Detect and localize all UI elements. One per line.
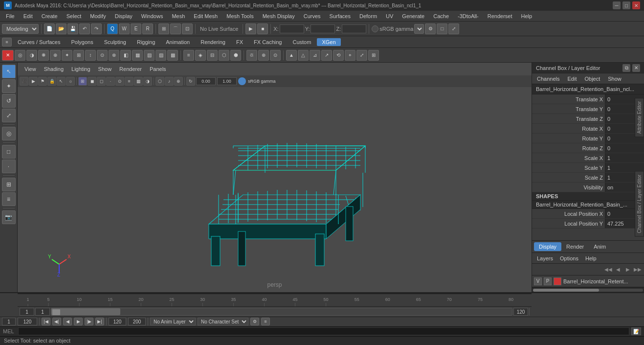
menu-mesh[interactable]: Mesh xyxy=(168,12,189,20)
help-menu[interactable]: Help xyxy=(582,254,600,262)
playback-max-input[interactable] xyxy=(128,318,146,325)
prev-frame-button[interactable]: ◀| xyxy=(52,318,61,325)
rotate-mode-button[interactable]: ↺ xyxy=(2,94,16,108)
layer-tab-render[interactable]: Render xyxy=(561,242,589,251)
open-file-button[interactable]: 📂 xyxy=(56,23,67,34)
tab-rendering[interactable]: Rendering xyxy=(196,38,230,46)
snap-curve-button[interactable]: ⌒ xyxy=(170,23,181,34)
menu-edit[interactable]: Edit xyxy=(20,12,37,20)
tool-icon-19[interactable]: ⬡ xyxy=(219,50,229,61)
vp-shading-btn[interactable]: ◑ xyxy=(143,77,152,86)
tool-icon-1[interactable]: ✕ xyxy=(2,50,14,61)
layer-scroll-track[interactable] xyxy=(533,289,643,292)
layer-color-swatch[interactable] xyxy=(554,277,561,285)
tool-icon-24[interactable]: ▲ xyxy=(286,50,297,61)
tab-rigging[interactable]: Rigging xyxy=(132,38,160,46)
menu-select[interactable]: Select xyxy=(63,12,86,20)
snap-grid-button[interactable]: ⊞ xyxy=(158,23,169,34)
timeline-slider[interactable] xyxy=(51,308,512,316)
tool-icon-5[interactable]: ⊕ xyxy=(50,50,61,61)
vp-lock-btn[interactable]: 🔒 xyxy=(47,77,56,86)
new-scene-button[interactable]: 📄 xyxy=(44,23,55,34)
component-mode-button[interactable]: □ xyxy=(2,145,16,159)
tab-fx[interactable]: FX xyxy=(231,38,248,46)
channel-rotate-z-value[interactable]: 0 xyxy=(605,143,644,153)
character-select[interactable]: No Character Set xyxy=(198,318,248,325)
anim-layer-select[interactable]: No Anim Layer xyxy=(150,318,196,325)
fullscreen-button[interactable]: ⤢ xyxy=(448,23,459,34)
tool-icon-2[interactable]: ◎ xyxy=(15,50,25,61)
tool-icon-15[interactable]: ▩ xyxy=(167,50,178,61)
menu-create[interactable]: Create xyxy=(38,12,62,20)
menu-mesh-display[interactable]: Mesh Display xyxy=(259,12,299,20)
title-bar-controls[interactable]: ─ □ ✕ xyxy=(613,1,640,9)
vp-texture-btn[interactable]: ▦ xyxy=(134,77,143,86)
save-file-button[interactable]: 💾 xyxy=(67,23,78,34)
tab-curves-surfaces[interactable]: Curves / Surfaces xyxy=(13,38,65,46)
frame-end-input[interactable] xyxy=(513,308,528,316)
vp-isolate-btn[interactable]: ≡ xyxy=(125,77,133,86)
playback-end-input[interactable] xyxy=(109,318,126,325)
tab-fx-caching[interactable]: FX Caching xyxy=(249,38,287,46)
tool-icon-6[interactable]: ✦ xyxy=(62,50,72,61)
color-swatch[interactable] xyxy=(372,25,378,32)
menu-uv[interactable]: UV xyxy=(382,12,397,20)
attribute-editor-side-label[interactable]: Attribute Editor xyxy=(635,98,644,137)
tool-icon-20[interactable]: ⬢ xyxy=(230,50,241,61)
layer-playback-toggle[interactable]: P xyxy=(544,277,552,285)
layer-nav-prev-btn[interactable]: ◀◀ xyxy=(604,266,613,274)
frame-start-input[interactable] xyxy=(35,308,50,316)
char-options-button[interactable]: ≡ xyxy=(261,318,270,325)
vp-key-btn[interactable]: ⚑ xyxy=(38,77,47,86)
maximize-button[interactable]: □ xyxy=(622,1,630,9)
cb-menu-object[interactable]: Object xyxy=(581,75,603,83)
tool-icon-8[interactable]: ↕ xyxy=(85,50,96,61)
expand-tabs-button[interactable]: ≡ xyxy=(2,38,12,46)
tool-icon-22[interactable]: ⊕ xyxy=(258,50,269,61)
move-mode-button[interactable]: ✦ xyxy=(2,79,16,93)
color-settings-button[interactable]: ⚙ xyxy=(425,23,436,34)
tool-icon-27[interactable]: ↗ xyxy=(321,50,332,61)
tool-icon-13[interactable]: ▧ xyxy=(144,50,155,61)
tool-icon-23[interactable]: ⊙ xyxy=(270,50,281,61)
select-tool-button[interactable]: Q xyxy=(107,23,118,34)
layer-nav-next-btn[interactable]: ▶▶ xyxy=(633,266,642,274)
tool-icon-16[interactable]: ≡ xyxy=(183,50,194,61)
render-button[interactable]: ▶ xyxy=(245,23,256,34)
move-tool-button[interactable]: W xyxy=(119,23,130,34)
tool-icon-14[interactable]: ▨ xyxy=(155,50,166,61)
tab-sculpting[interactable]: Sculpting xyxy=(99,38,131,46)
menu-help[interactable]: Help xyxy=(517,12,536,20)
play-fwd-button[interactable]: ▶ xyxy=(74,318,83,325)
timeline-ruler[interactable]: 1 5 10 15 20 25 30 35 40 45 50 55 60 65 xyxy=(18,293,532,306)
timeline-track-area[interactable]: 1 5 10 15 20 25 30 35 40 45 50 55 60 65 xyxy=(18,294,532,306)
start-frame-input[interactable] xyxy=(2,318,16,325)
menu-display[interactable]: Display xyxy=(111,12,136,20)
tool-icon-28[interactable]: ⟲ xyxy=(333,50,344,61)
cb-menu-channels[interactable]: Channels xyxy=(534,75,562,83)
tool-icon-7[interactable]: ⊞ xyxy=(73,50,84,61)
grid-button[interactable]: ⊞ xyxy=(2,178,16,191)
vp-light-btn[interactable]: ☼ xyxy=(66,77,75,86)
skip-end-button[interactable]: ▶| xyxy=(95,318,104,325)
vp-camera2-btn[interactable]: ⬡ xyxy=(155,77,164,86)
viewport-menu-lighting[interactable]: Lighting xyxy=(68,65,93,73)
tool-icon-30[interactable]: ⤢ xyxy=(356,50,367,61)
tool-icon-4[interactable]: ❋ xyxy=(38,50,49,61)
tool-icon-9[interactable]: ⊙ xyxy=(97,50,108,61)
tool-icon-17[interactable]: ◈ xyxy=(195,50,206,61)
channel-box-side-label[interactable]: Channel Box / Layer Editor xyxy=(635,171,644,237)
vp-cursor-btn[interactable]: ↖ xyxy=(57,77,66,86)
menu-surfaces[interactable]: Surfaces xyxy=(326,12,355,20)
workspace-selector[interactable]: Modeling xyxy=(2,24,39,34)
vp-film-btn[interactable]: ▶ xyxy=(29,77,38,86)
tool-icon-12[interactable]: ▦ xyxy=(132,50,143,61)
menu-renderset[interactable]: Renderset xyxy=(484,12,516,20)
channel-box-float-button[interactable]: ⧉ xyxy=(622,64,630,72)
layer-tab-display[interactable]: Display xyxy=(534,242,561,251)
viewport-menu-shading[interactable]: Shading xyxy=(41,65,67,73)
select-mode-button[interactable]: ↖ xyxy=(2,65,16,78)
tool-icon-10[interactable]: ⊗ xyxy=(109,50,119,61)
menu-edit-mesh[interactable]: Edit Mesh xyxy=(190,12,222,20)
tool-icon-3[interactable]: ◑ xyxy=(26,50,37,61)
